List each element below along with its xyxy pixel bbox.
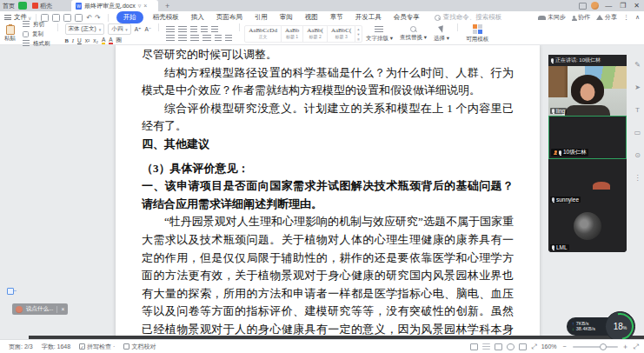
print-icon[interactable] <box>63 14 71 22</box>
preview-icon[interactable] <box>75 14 83 22</box>
select-button[interactable]: 选择 ▾ <box>430 23 453 44</box>
assistant-close-icon[interactable]: × <box>61 306 64 312</box>
highlight-color-button[interactable]: A <box>102 37 105 44</box>
view-web-icon[interactable] <box>495 343 502 350</box>
spell-check-toggle[interactable]: ✓ 拼写检查 · <box>79 343 115 351</box>
collaborate-button[interactable]: 协作 <box>572 13 590 22</box>
cut-button[interactable]: 剪切 <box>23 21 50 29</box>
pointer-icon[interactable]: ➤ <box>634 83 641 91</box>
bullet-list-icon[interactable] <box>166 26 175 33</box>
undo-icon[interactable]: ↶ <box>86 14 92 22</box>
menu-tab-references[interactable]: 引用 <box>255 13 268 22</box>
proofread-button[interactable]: 文档校对 <box>123 343 156 351</box>
shape-tool-icon[interactable]: ▭ <box>634 129 641 137</box>
menu-tab-insert[interactable]: 插入 <box>191 13 204 22</box>
view-outline-icon[interactable] <box>482 343 490 350</box>
close-button[interactable]: ✕ <box>632 2 641 10</box>
font-family-select[interactable]: 宋体 (正文)▾ <box>65 23 105 35</box>
zoom-slider-thumb[interactable] <box>600 343 607 350</box>
style-heading1[interactable]: AaBb标题 1 <box>282 26 303 42</box>
zoom-slider[interactable] <box>573 346 618 348</box>
templates-button[interactable]: 可用模板 <box>462 23 492 44</box>
document-page[interactable]: 尽管研究的时候可以调整。 结构方程模型路径设置的科学基础是什么？为什么时间、人群… <box>116 45 540 339</box>
video-tile-10jirenlin[interactable]: 10级仁林 <box>548 116 627 159</box>
pen-icon[interactable]: ✎ <box>634 61 641 69</box>
align-right-icon[interactable] <box>190 35 199 42</box>
find-replace-button[interactable]: 查找替换 ▾ <box>396 23 430 44</box>
zoom-out-icon[interactable]: － <box>561 342 568 351</box>
page-indicator[interactable]: 页面: 2/3 <box>9 343 33 351</box>
grow-font-button[interactable]: A⁺ <box>135 26 142 33</box>
justify-icon[interactable] <box>202 35 211 42</box>
bold-button[interactable]: B <box>65 37 69 43</box>
enclose-char-button[interactable]: 圈 <box>116 37 123 44</box>
shading-icon[interactable] <box>225 35 232 42</box>
hamburger-icon[interactable] <box>4 15 11 20</box>
zoom-in-icon[interactable]: ＋ <box>622 342 629 351</box>
video-tile-lml[interactable]: LML <box>548 204 627 252</box>
decrease-indent-icon[interactable] <box>190 26 197 33</box>
menu-tab-home[interactable]: 开始 <box>116 11 143 23</box>
export-icon[interactable] <box>52 14 60 22</box>
more-tools-icon[interactable]: ⋮ <box>634 174 641 182</box>
view-read-icon[interactable] <box>507 343 515 350</box>
superscript-button[interactable]: x² <box>85 37 90 43</box>
style-normal[interactable]: AaBbCcDd正文 <box>245 26 282 42</box>
view-write-icon[interactable] <box>519 343 527 350</box>
increase-indent-icon[interactable] <box>201 26 208 33</box>
tab-menu-icon[interactable]: ▿ <box>138 3 142 10</box>
font-size-select[interactable]: 小四▾ <box>108 23 131 35</box>
redo-icon[interactable]: ↷ <box>95 14 101 22</box>
style-heading2[interactable]: AaBb(标题 2 <box>303 26 328 42</box>
text-tool-icon[interactable]: T <box>635 106 640 114</box>
style-heading3[interactable]: AaBbC(标题 3 <box>328 26 355 42</box>
italic-button[interactable]: I <box>72 37 74 43</box>
cpu-usage-badge[interactable]: 18 % <box>605 311 635 339</box>
subscript-button[interactable]: x₂ <box>93 37 98 43</box>
collapse-ribbon-icon[interactable]: ∧ <box>635 14 640 21</box>
user-avatar[interactable] <box>591 2 599 10</box>
view-page-icon[interactable] <box>470 343 478 350</box>
maximize-button[interactable]: ❐ <box>618 2 627 10</box>
tab-close-icon[interactable]: × <box>143 3 147 9</box>
menu-tab-section[interactable]: 章节 <box>330 13 343 22</box>
menu-tab-review[interactable]: 审阅 <box>280 13 293 22</box>
comment-marker-icon[interactable] <box>7 288 14 295</box>
tab-docer[interactable]: 稻壳 <box>32 2 52 10</box>
shrink-font-button[interactable]: A⁻ <box>144 26 151 33</box>
paste-button[interactable]: 粘贴 <box>0 23 20 44</box>
show-marks-icon[interactable] <box>211 26 218 33</box>
word-count[interactable]: 字数: 1648 <box>42 343 70 351</box>
align-center-icon[interactable] <box>178 35 187 42</box>
menu-tab-view[interactable]: 视图 <box>305 13 318 22</box>
menu-tab-dev-tools[interactable]: 开发工具 <box>355 13 382 22</box>
copy-button[interactable]: 复制 <box>23 30 50 38</box>
underline-button[interactable]: U <box>77 37 82 43</box>
line-spacing-icon[interactable] <box>215 35 222 42</box>
minimize-button[interactable]: — <box>603 2 614 10</box>
command-search[interactable]: 查找命令、搜索模板 <box>435 13 502 22</box>
tab-document[interactable]: W 最终评审意见.docx ▿ × <box>71 0 158 11</box>
text-layout-button[interactable]: 文字排版 ▾ <box>362 23 396 44</box>
sync-status[interactable]: 未同步 <box>538 13 566 22</box>
share-button[interactable]: 分享 <box>596 13 617 22</box>
fit-page-icon[interactable]: ⤢ <box>531 343 536 351</box>
new-tab-button[interactable]: + <box>165 2 169 10</box>
tab-home[interactable]: 首页 <box>3 2 15 10</box>
fullscreen-icon[interactable]: ⤢ <box>634 343 639 351</box>
align-left-icon[interactable] <box>166 35 175 42</box>
numbered-list-icon[interactable] <box>178 26 187 33</box>
menu-tab-docer-templates[interactable]: 稻壳模板 <box>153 13 179 22</box>
skin-icon[interactable] <box>579 3 587 10</box>
video-tile-sunnylee[interactable]: sunnylee <box>548 159 627 204</box>
font-color-button[interactable]: A <box>109 37 112 44</box>
target-tool-icon[interactable]: ⊙ <box>634 151 641 159</box>
more-menu-icon[interactable]: ⋮ <box>623 14 629 21</box>
zoom-level[interactable]: 160% <box>541 343 557 350</box>
style-gallery-scroll[interactable]: ▴▾≡ <box>355 26 362 42</box>
menu-tab-member[interactable]: 会员专享 <box>394 13 420 22</box>
assistant-chat-pill[interactable]: 说点什么... × <box>12 303 68 315</box>
participant-label: LML <box>550 244 569 250</box>
video-tile-ling[interactable]: ling <box>548 66 627 116</box>
menu-tab-page-layout[interactable]: 页面布局 <box>216 13 242 22</box>
